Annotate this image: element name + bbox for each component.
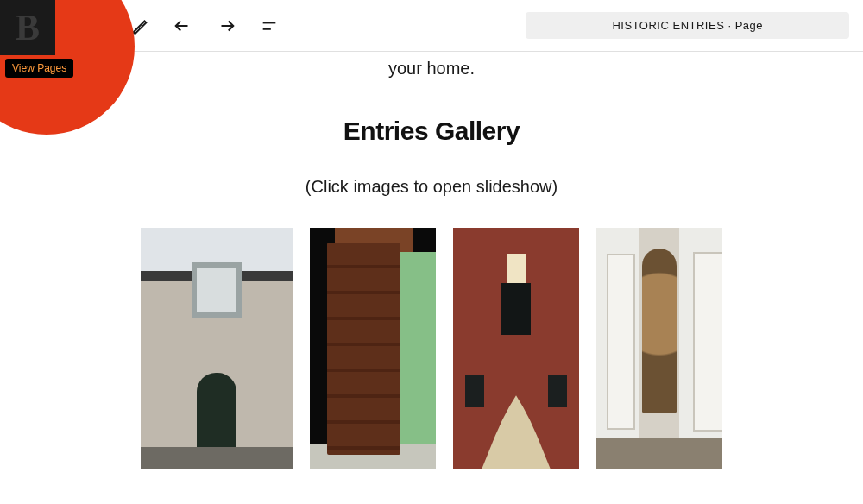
gallery-image-2[interactable]	[310, 228, 436, 469]
logo-letter: B	[16, 9, 40, 46]
gallery-row	[0, 228, 863, 469]
page-title-pill[interactable]: HISTORIC ENTRIES · Page	[526, 12, 849, 39]
redo-icon[interactable]	[212, 12, 240, 40]
undo-icon[interactable]	[169, 12, 197, 40]
view-pages-tooltip: View Pages	[5, 59, 73, 78]
gallery-image-1[interactable]	[141, 228, 293, 469]
gallery-heading: Entries Gallery	[0, 117, 863, 146]
page-content: your home. Entries Gallery (Click images…	[0, 52, 863, 504]
list-icon[interactable]	[255, 12, 283, 40]
gallery-subcaption: (Click images to open slideshow)	[0, 177, 863, 197]
gallery-image-3[interactable]	[453, 228, 579, 469]
site-logo-button[interactable]: B	[0, 0, 55, 55]
gallery-image-4[interactable]	[596, 228, 722, 469]
